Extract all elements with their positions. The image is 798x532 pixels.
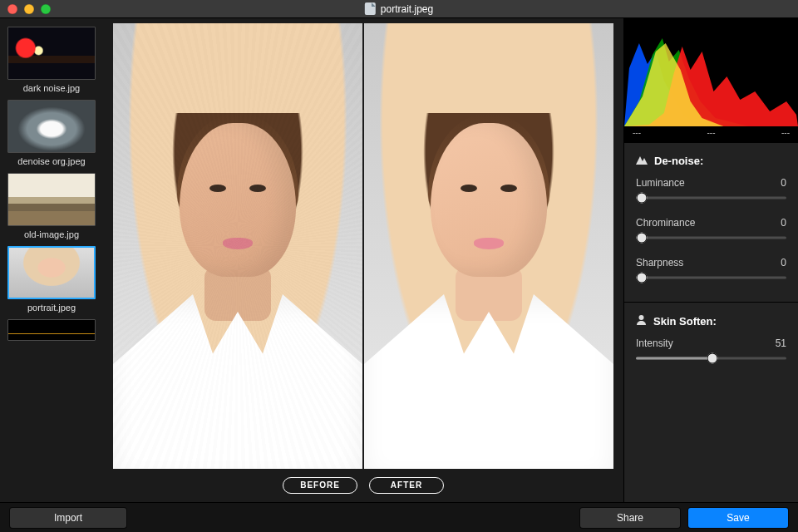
after-button[interactable]: AFTER xyxy=(369,477,444,494)
preview-stage: BEFORE AFTER xyxy=(103,18,623,502)
file-icon xyxy=(365,2,376,15)
window-controls xyxy=(0,4,51,14)
thumb-denoise-org[interactable]: denoise org.jpeg xyxy=(7,100,96,166)
thumbnail-label: dark noise.jpg xyxy=(23,83,81,93)
thumbnail-image[interactable] xyxy=(7,246,96,299)
thumb-old-image[interactable]: old-image.jpg xyxy=(7,173,96,239)
sharpness-value: 0 xyxy=(781,257,786,268)
intensity-slider[interactable] xyxy=(636,352,786,364)
intensity-value: 51 xyxy=(776,337,786,349)
before-panel[interactable] xyxy=(113,23,362,469)
thumbnail-label: portrait.jpeg xyxy=(27,303,76,313)
luminance-slider[interactable] xyxy=(636,192,786,204)
sharpness-control: Sharpness 0 xyxy=(636,257,786,283)
readout-3: --- xyxy=(781,128,790,137)
chrominance-value: 0 xyxy=(781,217,786,229)
chrominance-control: Chrominance 0 xyxy=(636,217,786,244)
luminance-value: 0 xyxy=(781,177,786,189)
histogram-readouts: --- --- --- xyxy=(624,126,798,142)
thumb-dark-noise[interactable]: dark noise.jpg xyxy=(7,27,96,93)
close-window-button[interactable] xyxy=(7,4,17,14)
compare-toggle-row: BEFORE AFTER xyxy=(108,469,618,502)
histogram[interactable] xyxy=(624,18,798,126)
intensity-control: Intensity 51 xyxy=(636,337,786,364)
thumbnail-label: denoise org.jpeg xyxy=(17,156,85,166)
before-after-compare xyxy=(108,18,618,469)
inspector-panel: --- --- --- De-noise: Luminance 0 xyxy=(623,18,798,502)
thumbnail-image[interactable] xyxy=(7,100,96,153)
after-panel[interactable] xyxy=(364,23,613,469)
thumbnail-sidebar: dark noise.jpg denoise org.jpeg old-imag… xyxy=(0,18,103,502)
bottom-toolbar: Import Share Save xyxy=(0,502,798,532)
titlebar: portrait.jpeg xyxy=(0,0,798,18)
thumbnail-image[interactable] xyxy=(7,173,96,226)
readout-1: --- xyxy=(633,128,641,137)
share-button[interactable]: Share xyxy=(580,508,680,528)
sharpness-label: Sharpness xyxy=(636,257,683,268)
skin-heading: Skin Soften: xyxy=(653,315,717,328)
zoom-window-button[interactable] xyxy=(41,4,51,14)
thumb-portrait[interactable]: portrait.jpeg xyxy=(7,246,96,313)
chrominance-slider[interactable] xyxy=(636,232,786,244)
svg-point-0 xyxy=(639,315,644,320)
thumb-partial[interactable] xyxy=(7,319,96,341)
window-title-text: portrait.jpeg xyxy=(381,3,433,15)
skin-section: Skin Soften: Intensity 51 xyxy=(624,302,798,382)
readout-2: --- xyxy=(707,128,716,137)
window-title: portrait.jpeg xyxy=(365,2,433,15)
luminance-label: Luminance xyxy=(636,177,685,189)
sharpness-slider[interactable] xyxy=(636,272,786,283)
mountain-icon xyxy=(636,155,648,167)
intensity-label: Intensity xyxy=(636,337,673,349)
thumbnail-image[interactable] xyxy=(7,319,96,341)
chrominance-label: Chrominance xyxy=(636,217,695,229)
person-icon xyxy=(636,314,647,328)
denoise-section: De-noise: Luminance 0 Chrominance 0 xyxy=(624,142,798,302)
import-button[interactable]: Import xyxy=(10,508,126,528)
luminance-control: Luminance 0 xyxy=(636,177,786,204)
before-button[interactable]: BEFORE xyxy=(283,477,357,494)
minimize-window-button[interactable] xyxy=(24,4,34,14)
thumbnail-image[interactable] xyxy=(7,27,96,80)
save-button[interactable]: Save xyxy=(688,508,788,528)
thumbnail-label: old-image.jpg xyxy=(24,229,79,239)
denoise-heading: De-noise: xyxy=(654,155,703,167)
